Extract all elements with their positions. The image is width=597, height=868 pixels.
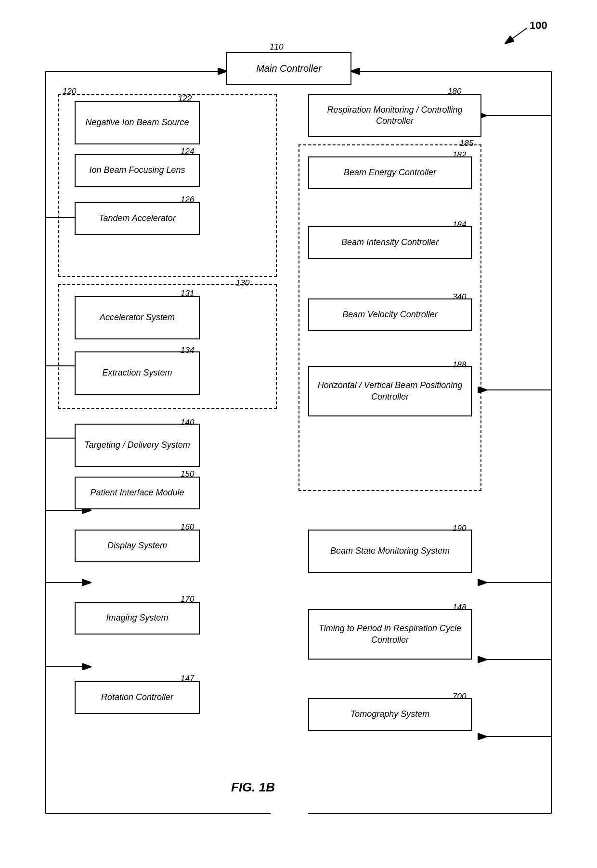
ref-340: 340 xyxy=(453,292,466,302)
beam-state-box: Beam State Monitoring System xyxy=(308,530,472,573)
ref-147: 147 xyxy=(181,674,194,684)
beam-velocity-box: Beam Velocity Controller xyxy=(308,298,472,331)
ref-148: 148 xyxy=(453,603,466,612)
ref-110: 110 xyxy=(270,42,283,52)
display-system-box: Display System xyxy=(75,530,200,562)
ref-182: 182 xyxy=(453,150,466,160)
svg-line-19 xyxy=(506,28,527,43)
ref-126: 126 xyxy=(181,195,194,205)
ref-190: 190 xyxy=(453,524,466,533)
timing-period-box: Timing to Period in Respiration Cycle Co… xyxy=(308,609,472,660)
ref-160: 160 xyxy=(181,522,194,532)
ref-124: 124 xyxy=(181,147,194,156)
imaging-system-box: Imaging System xyxy=(75,602,200,635)
ref-120: 120 xyxy=(63,87,76,96)
tandem-accelerator-box: Tandem Accelerator xyxy=(75,202,200,235)
ref-140: 140 xyxy=(181,418,194,428)
ref-180: 180 xyxy=(448,87,461,96)
tomography-box: Tomography System xyxy=(308,698,472,731)
ref-188: 188 xyxy=(453,360,466,370)
beam-intensity-box: Beam Intensity Controller xyxy=(308,226,472,259)
beam-energy-box: Beam Energy Controller xyxy=(308,156,472,189)
patient-interface-box: Patient Interface Module xyxy=(75,477,200,509)
horiz-vert-box: Horizontal / Vertical Beam Positioning C… xyxy=(308,366,472,416)
figure-label: FIG. 1B xyxy=(231,780,275,795)
ion-beam-focusing-box: Ion Beam Focusing Lens xyxy=(75,154,200,187)
ref-100: 100 xyxy=(530,19,547,32)
ref-134: 134 xyxy=(181,346,194,355)
extraction-system-box: Extraction System xyxy=(75,351,200,395)
ref-122: 122 xyxy=(178,94,192,104)
main-controller-box: Main Controller xyxy=(226,52,351,85)
targeting-delivery-box: Targeting / Delivery System xyxy=(75,424,200,467)
ref-130: 130 xyxy=(236,278,249,288)
accelerator-system-box: Accelerator System xyxy=(75,296,200,339)
ref-170: 170 xyxy=(181,595,194,604)
ref-131: 131 xyxy=(181,289,194,298)
ref-150: 150 xyxy=(181,469,194,479)
ref-184: 184 xyxy=(453,220,466,230)
ref-700: 700 xyxy=(453,692,466,701)
ref-185: 185 xyxy=(460,139,473,148)
rotation-controller-box: Rotation Controller xyxy=(75,681,200,714)
respiration-monitoring-box: Respiration Monitoring / Controlling Con… xyxy=(308,94,481,137)
negative-ion-beam-box: Negative Ion Beam Source xyxy=(75,101,200,144)
